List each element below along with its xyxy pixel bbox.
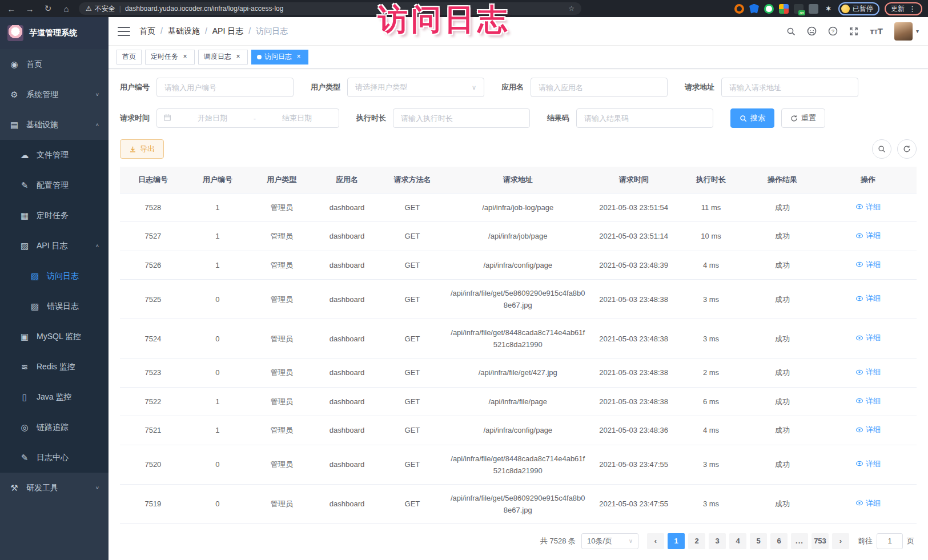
date-range-picker[interactable]: 开始日期 - 结束日期 — [156, 108, 339, 128]
column-header: 日志编号 — [120, 167, 186, 193]
sidebar-menu-item[interactable]: ⚒ 研发工具 ∨ — [0, 473, 109, 503]
user-menu[interactable]: ▾ — [894, 22, 919, 41]
user-type-select[interactable]: 请选择用户类型 ∨ — [347, 78, 484, 97]
detail-link[interactable]: 详细 — [855, 332, 881, 344]
breadcrumb-item[interactable]: 首页 — [139, 26, 163, 37]
sidebar-menu-item[interactable]: ▨ 访问日志 — [0, 261, 109, 291]
detail-link[interactable]: 详细 — [855, 259, 881, 271]
user-id-input[interactable] — [156, 78, 294, 97]
cell-duration: 3 ms — [677, 280, 745, 319]
cell-result: 成功 — [745, 280, 819, 319]
reset-button[interactable]: 重置 — [781, 108, 825, 128]
sidebar-menu-item[interactable]: ☁ 文件管理 — [0, 140, 109, 170]
result-code-input[interactable] — [576, 108, 713, 128]
search-button[interactable]: 搜索 — [730, 108, 774, 128]
search-icon[interactable] — [786, 27, 796, 36]
extensions-pin-icon[interactable]: ✶ — [823, 4, 833, 14]
goto-page-input[interactable] — [877, 533, 903, 549]
browser-reload-icon[interactable]: ↻ — [42, 3, 54, 14]
tab-close-icon[interactable]: × — [295, 53, 303, 61]
page-number-button[interactable]: ... — [791, 533, 808, 549]
end-date-placeholder[interactable]: 结束日期 — [262, 113, 332, 123]
page-tab[interactable]: 首页 × — [116, 50, 142, 65]
sidebar-menu-item[interactable]: ▨ 错误日志 — [0, 291, 109, 321]
duration-input[interactable] — [393, 108, 530, 128]
page-number-button[interactable]: 6 — [770, 533, 788, 549]
extension-icon-green[interactable] — [764, 4, 774, 14]
cell-user-id: 1 — [186, 222, 249, 251]
page-number-button[interactable]: 4 — [729, 533, 746, 549]
page-number-button[interactable]: 1 — [668, 533, 685, 549]
app-name-input[interactable] — [531, 78, 668, 97]
refresh-button[interactable] — [897, 139, 917, 159]
detail-link[interactable]: 详细 — [855, 497, 881, 509]
page-number-button[interactable]: 3 — [709, 533, 726, 549]
fullscreen-icon[interactable] — [849, 27, 858, 36]
start-date-placeholder[interactable]: 开始日期 — [177, 113, 248, 123]
page-number-button[interactable]: 5 — [750, 533, 767, 549]
browser-menu-icon[interactable]: ⋮ — [909, 5, 916, 13]
export-button[interactable]: 导出 — [120, 139, 164, 159]
sidebar-toggle-icon[interactable] — [118, 27, 130, 36]
breadcrumb-item[interactable]: 访问日志 — [256, 26, 288, 37]
detail-link[interactable]: 详细 — [855, 201, 881, 213]
detail-link[interactable]: 详细 — [855, 395, 881, 407]
extension-icon-an-badge[interactable] — [794, 4, 804, 14]
sidebar-menu-item[interactable]: ✎ 配置管理 — [0, 170, 109, 200]
sidebar-menu-item[interactable]: ▣ MySQL 监控 — [0, 321, 109, 352]
sidebar-menu-item[interactable]: ▨ API 日志 ∧ — [0, 231, 109, 261]
page-tab[interactable]: 访问日志 × — [251, 50, 308, 65]
tab-close-icon[interactable]: × — [181, 53, 189, 61]
next-page-button[interactable]: › — [832, 533, 849, 549]
detail-link[interactable]: 详细 — [855, 424, 881, 436]
sidebar-menu-item[interactable]: ◎ 链路追踪 — [0, 412, 109, 442]
page-size-select[interactable]: 10条/页 ∨ — [581, 533, 638, 549]
sidebar-menu-item[interactable]: ⚙ 系统管理 ∨ — [0, 79, 109, 110]
not-secure-warning[interactable]: ⚠不安全 — [86, 4, 115, 14]
detail-link[interactable]: 详细 — [855, 229, 881, 241]
detail-link[interactable]: 详细 — [855, 458, 881, 470]
filter-user-type: 用户类型 请选择用户类型 ∨ — [311, 78, 484, 97]
cell-log-id: 7525 — [120, 280, 186, 319]
column-header: 操作结果 — [745, 167, 819, 193]
sidebar-menu-item[interactable]: ✎ 日志中心 — [0, 442, 109, 473]
table-row: 7519 0 管理员 dashboard GET /api/infra/file… — [120, 484, 917, 523]
sidebar-menu-item[interactable]: ▦ 定时任务 — [0, 200, 109, 231]
page-number-button[interactable]: 2 — [688, 533, 705, 549]
github-icon[interactable] — [807, 26, 817, 36]
profile-paused-badge[interactable]: 已暂停 — [838, 2, 879, 15]
page-number-button[interactable]: 753 — [812, 533, 829, 549]
breadcrumb-item[interactable]: API 日志 — [212, 26, 251, 37]
main-area: 首页 基础设施 API 日志 访问日志 ? тTT ▾ — [109, 17, 928, 560]
extension-icon-grid[interactable] — [779, 4, 789, 14]
page-tab[interactable]: 定时任务 × — [145, 50, 195, 65]
sidebar-menu-item[interactable]: ▤ 基础设施 ∧ — [0, 110, 109, 140]
detail-link[interactable]: 详细 — [855, 292, 881, 304]
browser-forward-icon[interactable]: → — [24, 4, 35, 14]
filter-result-code: 结果码 — [547, 108, 713, 128]
user-avatar[interactable] — [894, 22, 913, 41]
address-bar[interactable]: ⚠不安全 | dashboard.yudao.iocoder.cn/infra/… — [79, 2, 581, 15]
filter-label: 请求时间 — [120, 113, 150, 123]
prev-page-button[interactable]: ‹ — [647, 533, 664, 549]
extension-icon-gray[interactable] — [809, 4, 818, 14]
breadcrumb-item[interactable]: 基础设施 — [168, 26, 207, 37]
detail-link[interactable]: 详细 — [855, 366, 881, 378]
sidebar-menu-item[interactable]: ▯ Java 监控 — [0, 382, 109, 412]
browser-back-icon[interactable]: ← — [6, 4, 17, 14]
sidebar-logo[interactable]: 芋道管理系统 — [0, 17, 109, 49]
goto-label: 前往 — [858, 536, 873, 546]
sidebar-menu-item[interactable]: ◉ 首页 — [0, 49, 109, 79]
sidebar-menu-item[interactable]: ≋ Redis 监控 — [0, 352, 109, 382]
extension-icon-orange[interactable] — [734, 4, 744, 14]
font-size-icon[interactable]: тTT — [870, 26, 883, 36]
request-url-input[interactable] — [721, 78, 858, 97]
help-icon[interactable]: ? — [828, 26, 838, 36]
extension-icon-shield[interactable] — [749, 4, 759, 14]
tab-close-icon[interactable]: × — [234, 53, 242, 61]
browser-update-button[interactable]: 更新⋮ — [885, 2, 922, 15]
page-tab[interactable]: 调度日志 × — [198, 50, 248, 65]
bookmark-star-icon[interactable]: ☆ — [568, 5, 575, 13]
browser-home-icon[interactable]: ⌂ — [61, 4, 72, 14]
toggle-search-button[interactable] — [872, 139, 891, 159]
